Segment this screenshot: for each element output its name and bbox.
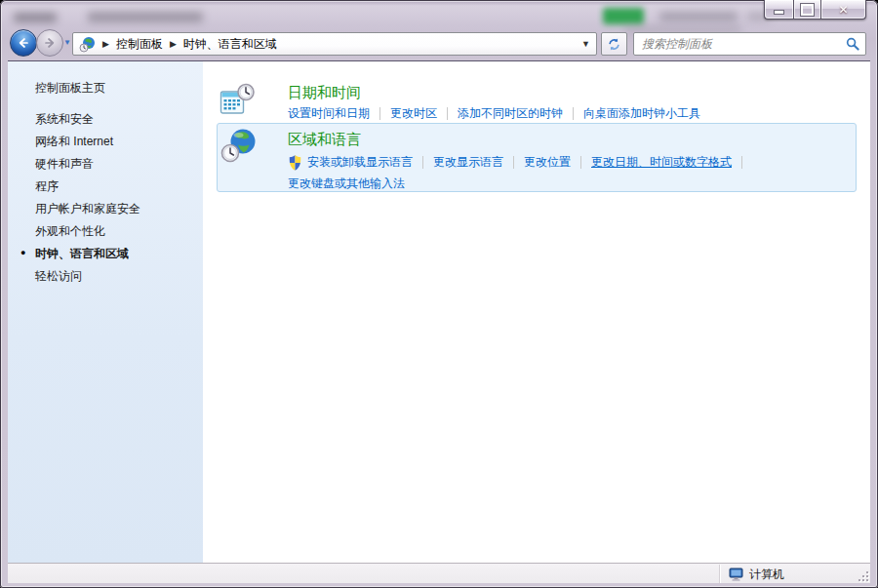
task-link-install-display-language[interactable]: 安装或卸载显示语言 — [288, 154, 413, 171]
section-title-region-language[interactable]: 区域和语言 — [288, 131, 361, 149]
glass-blur-artifact — [14, 13, 57, 22]
resize-grip[interactable] — [857, 569, 868, 581]
region-language-task-links-row1: 安装或卸载显示语言 更改显示语言 更改位置 更改日期、时间或数字格式 — [288, 154, 752, 171]
divider — [513, 156, 514, 169]
forward-arrow-icon — [42, 35, 58, 51]
task-link-change-display-language[interactable]: 更改显示语言 — [433, 154, 503, 171]
recent-pages-dropdown[interactable]: ▼ — [63, 38, 71, 47]
sidebar-item-network-internet[interactable]: 网络和 Internet — [35, 134, 113, 150]
breadcrumb-separator-icon: ▶ — [102, 39, 109, 49]
date-time-icon — [220, 83, 255, 116]
sidebar-item-appearance[interactable]: 外观和个性化 — [35, 223, 105, 240]
glass-blur-artifact — [659, 12, 738, 21]
statusbar-computer: 计算机 — [729, 567, 784, 583]
minimize-button[interactable] — [764, 0, 793, 20]
task-link-change-location[interactable]: 更改位置 — [524, 154, 571, 171]
task-link-change-date-time-number-format[interactable]: 更改日期、时间或数字格式 — [591, 154, 732, 171]
clock-region-page-icon — [79, 36, 96, 53]
sidebar-item-user-accounts[interactable]: 用户帐户和家庭安全 — [35, 201, 140, 217]
task-link-change-timezone[interactable]: 更改时区 — [390, 105, 437, 122]
sidebar-item-control-panel-home[interactable]: 控制面板主页 — [35, 80, 105, 97]
statusbar-computer-label: 计算机 — [749, 567, 784, 583]
divider — [741, 156, 742, 169]
sidebar-item-programs[interactable]: 程序 — [35, 178, 59, 195]
divider — [447, 107, 448, 120]
status-bar: 计算机 — [8, 563, 870, 583]
sidebar: 控制面板主页 系统和安全 网络和 Internet 硬件和声音 程序 用户帐户和… — [8, 61, 203, 563]
sidebar-item-hardware-sound[interactable]: 硬件和声音 — [35, 156, 94, 173]
sidebar-item-system-security[interactable]: 系统和安全 — [35, 111, 94, 128]
navigation-toolbar: ▼ ▶ 控制面板 ▶ 时钟、语言和区域 ▼ — [0, 27, 878, 60]
task-link-add-clocks[interactable]: 添加不同时区的时钟 — [458, 105, 563, 122]
task-link-label: 安装或卸载显示语言 — [307, 154, 413, 171]
close-button[interactable]: ✕ — [821, 0, 866, 20]
close-icon: ✕ — [838, 4, 848, 16]
divider — [379, 107, 380, 120]
section-title-date-time[interactable]: 日期和时间 — [288, 84, 361, 102]
address-bar[interactable]: ▶ 控制面板 ▶ 时钟、语言和区域 ▼ — [72, 32, 597, 56]
uac-shield-icon — [288, 155, 302, 171]
region-language-task-links-row2: 更改键盘或其他输入法 — [288, 176, 405, 192]
divider — [422, 156, 423, 169]
date-time-task-links: 设置时间和日期 更改时区 添加不同时区的时钟 向桌面添加时钟小工具 — [288, 105, 700, 122]
selected-bullet-icon: ● — [20, 248, 25, 257]
sidebar-item-clock-language-region: ● 时钟、语言和区域 — [35, 246, 129, 262]
control-panel-window: ✕ ▼ ▶ 控制面板 ▶ 时钟、语言和区域 — [0, 0, 878, 588]
refresh-icon — [607, 37, 621, 52]
minimize-icon — [774, 10, 784, 15]
search-box — [633, 32, 866, 56]
task-link-change-keyboards[interactable]: 更改键盘或其他输入法 — [288, 176, 405, 192]
content-area: 控制面板主页 系统和安全 网络和 Internet 硬件和声音 程序 用户帐户和… — [8, 60, 870, 563]
glass-blur-artifact — [88, 12, 203, 22]
breadcrumb-control-panel[interactable]: 控制面板 — [116, 36, 163, 53]
refresh-button[interactable] — [601, 32, 627, 56]
window-controls: ✕ — [764, 0, 866, 19]
maximize-button[interactable] — [793, 0, 821, 20]
breadcrumb-separator-icon: ▶ — [170, 39, 177, 49]
task-link-set-time-date[interactable]: 设置时间和日期 — [288, 105, 370, 122]
region-language-icon — [220, 128, 259, 163]
divider — [573, 107, 574, 120]
search-input[interactable] — [640, 36, 846, 52]
sidebar-item-label: 时钟、语言和区域 — [35, 247, 129, 260]
sidebar-item-ease-of-access[interactable]: 轻松访问 — [35, 268, 82, 285]
maximize-icon — [801, 4, 814, 16]
forward-button-disabled[interactable] — [36, 29, 63, 57]
computer-icon — [729, 568, 744, 582]
breadcrumb-current[interactable]: 时钟、语言和区域 — [183, 36, 277, 53]
task-link-add-clock-gadget[interactable]: 向桌面添加时钟小工具 — [583, 105, 700, 122]
main-panel: 日期和时间 设置时间和日期 更改时区 添加不同时区的时钟 向桌面添加时钟小工具 — [203, 61, 870, 563]
search-icon — [846, 37, 859, 51]
statusbar-divider — [719, 565, 720, 583]
back-arrow-icon — [16, 35, 31, 51]
back-button[interactable] — [10, 29, 37, 57]
address-dropdown-icon[interactable]: ▼ — [574, 39, 590, 49]
glass-blur-artifact-green — [603, 8, 644, 24]
divider — [580, 156, 581, 169]
